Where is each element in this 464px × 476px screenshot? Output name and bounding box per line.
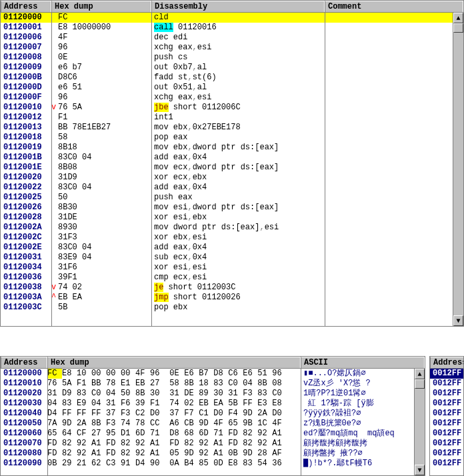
disasm-row[interactable]: 01120018 58pop eax xyxy=(1,133,463,143)
disasm-row[interactable]: 0112001E 8B08mov ecx,dword ptr ds:[eax] xyxy=(1,163,463,173)
col-address[interactable]: Address xyxy=(1,1,51,12)
disasm-row[interactable]: 01120028 31DExor esi,ebx xyxy=(1,213,463,223)
hex-row[interactable]: 01120080FD8292A1FD8292A1 059D92A10B9D28A… xyxy=(1,449,425,459)
divider xyxy=(325,13,325,326)
stack-row[interactable]: 0012FF xyxy=(430,459,463,469)
disasm-row[interactable]: 0112000D e6 51out 0x51,al xyxy=(1,83,463,93)
hex-row[interactable]: 01120040D4FFFFFF37F3C2D0 37F7C1D0F49D2AD… xyxy=(1,409,425,419)
hex-row[interactable]: 01120070FD8292A1FD8292A1 FD8292A1FD8292A… xyxy=(1,439,425,449)
disasm-row[interactable]: 01120036 39F1cmp ecx,esi xyxy=(1,273,463,283)
disasm-row[interactable]: 0112000F 96xchg eax,esi xyxy=(1,93,463,103)
hexdump-rows[interactable]: 01120000FCE8100000004F96 0EE6B7D8C6E6519… xyxy=(1,369,425,469)
stack-row[interactable]: 0012FF xyxy=(430,419,463,429)
hex-row[interactable]: 0112002031D983C004508B30 31DE893031F383C… xyxy=(1,389,425,399)
disasm-row[interactable]: 0112001B 83C0 04add eax,0x4 xyxy=(1,153,463,163)
stack-row[interactable]: 0012FF xyxy=(430,449,463,459)
hex-row[interactable]: 01120000FCE8100000004F96 0EE6B7D8C6E6519… xyxy=(1,369,425,379)
divider xyxy=(151,13,152,326)
hex-row[interactable]: 011200507A9D2A8BF37478CC A6CB9D4F659B1C4… xyxy=(1,419,425,429)
scroll-down-icon[interactable]: ▼ xyxy=(453,315,463,326)
disasm-row[interactable]: 01120022 83C0 04add eax,0x4 xyxy=(1,183,463,193)
stack-row[interactable]: 0012FF xyxy=(430,439,463,449)
col-comment[interactable]: Comment xyxy=(325,1,463,12)
divider xyxy=(301,369,301,475)
scroll-up-icon[interactable]: ▲ xyxy=(415,369,425,379)
disasm-row[interactable]: 0112002A 8930mov dword ptr ds:[eax],esi xyxy=(1,223,463,233)
hex-row[interactable]: 011200300483E90431F639F1 7402EBEA5BFFE3E… xyxy=(1,399,425,409)
stack-rows[interactable]: 0012FF0012FF0012FF0012FF0012FF0012FF0012… xyxy=(430,369,463,469)
disasm-header: Address Hex dump Disassembly Comment xyxy=(1,1,463,13)
stack-row[interactable]: 0012FF xyxy=(430,379,463,389)
stack-row[interactable]: 0012FF xyxy=(430,389,463,399)
disasm-row[interactable]: 01120001 E8 10000000call 01120016 xyxy=(1,23,463,33)
disasm-row[interactable]: 01120009 e6 b7out 0xb7,al xyxy=(1,63,463,73)
disasm-row[interactable]: 01120031 83E9 04sub ecx,0x4 xyxy=(1,253,463,263)
disasm-row[interactable]: 01120020 31D9xor ecx,ebx xyxy=(1,173,463,183)
hex-row[interactable]: 011200606564CF2795D16D71 D8686D71FD8292A… xyxy=(1,429,425,439)
disasm-row[interactable]: 01120019 8B18mov ebx,dword ptr ds:[eax] xyxy=(1,143,463,153)
scrollbar-vertical[interactable]: ▲ ▼ xyxy=(414,369,425,475)
col-hexdump[interactable]: Hex dump xyxy=(51,1,151,12)
disasm-row[interactable]: 0112002C 31F3xor ebx,esi xyxy=(1,233,463,243)
disasm-row[interactable]: 01120026 8B30mov esi,dword ptr ds:[eax] xyxy=(1,203,463,213)
scroll-down-icon[interactable]: ▼ xyxy=(415,465,425,475)
hexdump-header: Address Hex dump ASCII xyxy=(1,357,425,369)
disasm-row[interactable]: 01120008 0Epush cs xyxy=(1,53,463,63)
scrollbar-vertical[interactable]: ▲ ▼ xyxy=(453,13,463,326)
col-address[interactable]: Address xyxy=(1,357,47,368)
col-address[interactable]: Address xyxy=(430,357,464,368)
stack-row[interactable]: 0012FF xyxy=(430,429,463,439)
disasm-row[interactable]: 0112003C 5Bpop ebx xyxy=(1,303,463,313)
disasm-row[interactable]: 0112002E 83C0 04add eax,0x4 xyxy=(1,243,463,253)
stack-header: Address xyxy=(430,357,463,369)
disasm-row[interactable]: 01120034 31F6xor esi,esi xyxy=(1,263,463,273)
col-hexdump[interactable]: Hex dump xyxy=(47,357,301,368)
disasm-rows[interactable]: 01120000 FCcld01120001 E8 10000000call 0… xyxy=(1,13,463,313)
disasm-row[interactable]: 01120013 BB 78E1EB27mov ebx,0x27EBE178 xyxy=(1,123,463,133)
scroll-up-icon[interactable]: ▲ xyxy=(453,13,463,23)
disasm-row[interactable]: 01120025 50push eax xyxy=(1,193,463,203)
disasm-row[interactable]: 0112000B D8C6fadd st,st(6) xyxy=(1,73,463,83)
stack-row[interactable]: 0012FF xyxy=(430,409,463,419)
disasm-row[interactable]: 01120038v74 02je short 0112003C xyxy=(1,283,463,293)
stack-row[interactable]: 0012FF xyxy=(430,399,463,409)
stack-pane[interactable]: Address 0012FF0012FF0012FF0012FF0012FF00… xyxy=(429,356,464,476)
stack-row[interactable]: 0012FF xyxy=(430,369,463,379)
disasm-row[interactable]: 0112003A^EB EAjmp short 01120026 xyxy=(1,293,463,303)
disasm-row[interactable]: 01120012 F1int1 xyxy=(1,113,463,123)
disasm-row[interactable]: 01120007 96xchg eax,esi xyxy=(1,43,463,53)
hex-row[interactable]: 011200900B292162C391D490 0AB4850DE883543… xyxy=(1,459,425,469)
disasm-row[interactable]: 01120006 4Fdec edi xyxy=(1,33,463,43)
hex-row[interactable]: 01120010765AF1BB78E1EB27 588B1883C0048B0… xyxy=(1,379,425,389)
disasm-row[interactable]: 01120000 FCcld xyxy=(1,13,463,23)
divider xyxy=(47,369,48,475)
scroll-thumb[interactable] xyxy=(415,379,425,389)
col-disassembly[interactable]: Disassembly xyxy=(151,1,325,12)
hexdump-pane[interactable]: Address Hex dump ASCII 01120000FCE810000… xyxy=(0,356,425,476)
divider xyxy=(51,13,52,326)
col-ascii[interactable]: ASCII xyxy=(301,357,425,368)
disasm-row[interactable]: 01120010v76 5Ajbe short 0112006C xyxy=(1,103,463,113)
scroll-thumb[interactable] xyxy=(453,23,463,33)
disassembly-pane[interactable]: Address Hex dump Disassembly Comment 011… xyxy=(0,0,464,327)
